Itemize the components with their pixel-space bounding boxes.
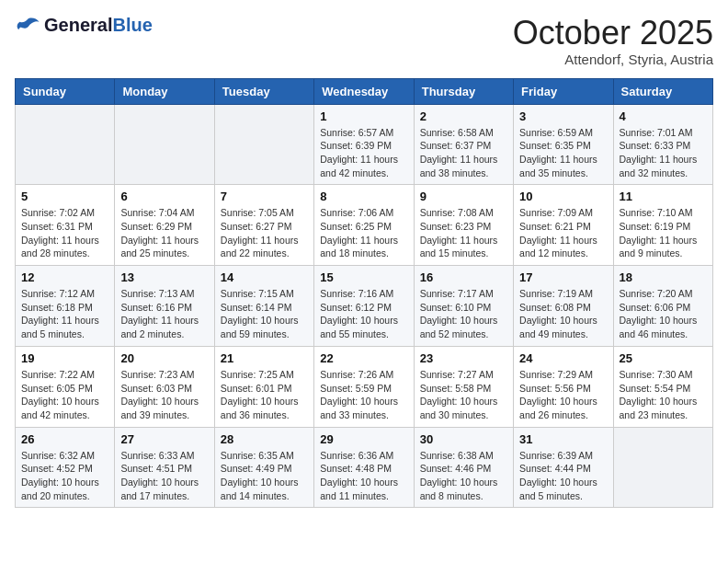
calendar-cell: 19Sunrise: 7:22 AM Sunset: 6:05 PM Dayli… [16,346,115,427]
day-number: 18 [620,270,707,284]
day-info: Sunrise: 7:20 AM Sunset: 6:06 PM Dayligh… [620,287,707,341]
logo-icon [15,17,40,35]
day-info: Sunrise: 7:25 AM Sunset: 6:01 PM Dayligh… [221,368,308,422]
day-number: 26 [21,432,108,446]
day-info: Sunrise: 6:38 AM Sunset: 4:46 PM Dayligh… [420,449,507,503]
day-number: 12 [21,270,108,284]
day-number: 27 [120,432,208,446]
calendar-week-row: 26Sunrise: 6:32 AM Sunset: 4:52 PM Dayli… [16,427,713,508]
day-number: 29 [320,432,407,446]
day-info: Sunrise: 7:15 AM Sunset: 6:14 PM Dayligh… [221,287,308,341]
day-number: 28 [221,432,308,446]
day-number: 2 [420,109,507,123]
calendar-cell: 16Sunrise: 7:17 AM Sunset: 6:10 PM Dayli… [414,266,513,347]
day-info: Sunrise: 7:22 AM Sunset: 6:05 PM Dayligh… [21,368,108,422]
calendar-cell: 26Sunrise: 6:32 AM Sunset: 4:52 PM Dayli… [16,427,115,508]
weekday-header: Sunday [16,78,115,104]
day-info: Sunrise: 6:33 AM Sunset: 4:51 PM Dayligh… [120,449,208,503]
calendar-cell: 6Sunrise: 7:04 AM Sunset: 6:29 PM Daylig… [115,185,214,266]
day-info: Sunrise: 7:23 AM Sunset: 6:03 PM Dayligh… [120,368,208,422]
logo-blue-text: Blue [112,15,152,35]
day-info: Sunrise: 7:29 AM Sunset: 5:56 PM Dayligh… [519,368,607,422]
calendar-cell: 20Sunrise: 7:23 AM Sunset: 6:03 PM Dayli… [115,346,214,427]
day-number: 21 [221,351,308,365]
day-number: 6 [120,190,208,203]
weekday-header-row: SundayMondayTuesdayWednesdayThursdayFrid… [16,78,713,104]
calendar-cell: 7Sunrise: 7:05 AM Sunset: 6:27 PM Daylig… [214,185,313,266]
day-info: Sunrise: 6:35 AM Sunset: 4:49 PM Dayligh… [221,449,308,503]
day-number: 24 [519,351,607,365]
calendar-cell: 2Sunrise: 6:58 AM Sunset: 6:37 PM Daylig… [414,104,513,185]
calendar-cell: 1Sunrise: 6:57 AM Sunset: 6:39 PM Daylig… [314,104,414,185]
day-info: Sunrise: 7:04 AM Sunset: 6:29 PM Dayligh… [120,206,208,260]
calendar-cell: 29Sunrise: 6:36 AM Sunset: 4:48 PM Dayli… [314,427,414,508]
day-info: Sunrise: 6:32 AM Sunset: 4:52 PM Dayligh… [21,449,108,503]
calendar-cell [16,104,115,185]
calendar-cell: 23Sunrise: 7:27 AM Sunset: 5:58 PM Dayli… [414,346,513,427]
calendar-cell: 3Sunrise: 6:59 AM Sunset: 6:35 PM Daylig… [514,104,613,185]
day-info: Sunrise: 7:13 AM Sunset: 6:16 PM Dayligh… [120,287,208,341]
day-number: 1 [320,109,407,123]
day-info: Sunrise: 7:12 AM Sunset: 6:18 PM Dayligh… [21,287,108,341]
location-subtitle: Attendorf, Styria, Austria [513,52,713,67]
weekday-header: Wednesday [314,78,414,104]
day-info: Sunrise: 6:39 AM Sunset: 4:44 PM Dayligh… [519,449,607,503]
calendar-week-row: 1Sunrise: 6:57 AM Sunset: 6:39 PM Daylig… [16,104,713,185]
day-number: 14 [221,270,308,284]
title-block: October 2025 Attendorf, Styria, Austria [513,15,713,67]
day-number: 13 [120,270,208,284]
day-info: Sunrise: 7:17 AM Sunset: 6:10 PM Dayligh… [420,287,507,341]
calendar-cell: 8Sunrise: 7:06 AM Sunset: 6:25 PM Daylig… [314,185,414,266]
calendar-cell: 25Sunrise: 7:30 AM Sunset: 5:54 PM Dayli… [613,346,712,427]
calendar-cell: 22Sunrise: 7:26 AM Sunset: 5:59 PM Dayli… [314,346,414,427]
day-number: 25 [620,351,707,365]
day-number: 4 [620,109,707,123]
calendar-cell: 17Sunrise: 7:19 AM Sunset: 6:08 PM Dayli… [514,266,613,347]
day-number: 10 [519,190,607,203]
calendar-week-row: 19Sunrise: 7:22 AM Sunset: 6:05 PM Dayli… [16,346,713,427]
calendar-week-row: 12Sunrise: 7:12 AM Sunset: 6:18 PM Dayli… [16,266,713,347]
calendar-week-row: 5Sunrise: 7:02 AM Sunset: 6:31 PM Daylig… [16,185,713,266]
day-info: Sunrise: 6:59 AM Sunset: 6:35 PM Dayligh… [519,126,607,180]
month-title: October 2025 [513,15,713,52]
calendar-cell [613,427,712,508]
day-number: 17 [519,270,607,284]
weekday-header: Thursday [414,78,513,104]
logo: GeneralBlue [15,15,153,36]
day-number: 11 [620,190,707,203]
calendar-cell: 14Sunrise: 7:15 AM Sunset: 6:14 PM Dayli… [214,266,313,347]
day-info: Sunrise: 7:02 AM Sunset: 6:31 PM Dayligh… [21,206,108,260]
weekday-header: Monday [115,78,214,104]
calendar-cell: 5Sunrise: 7:02 AM Sunset: 6:31 PM Daylig… [16,185,115,266]
calendar-cell: 27Sunrise: 6:33 AM Sunset: 4:51 PM Dayli… [115,427,214,508]
day-info: Sunrise: 7:09 AM Sunset: 6:21 PM Dayligh… [519,206,607,260]
calendar-cell: 9Sunrise: 7:08 AM Sunset: 6:23 PM Daylig… [414,185,513,266]
day-number: 19 [21,351,108,365]
weekday-header: Saturday [613,78,712,104]
calendar-cell: 4Sunrise: 7:01 AM Sunset: 6:33 PM Daylig… [613,104,712,185]
calendar-cell [115,104,214,185]
weekday-header: Friday [514,78,613,104]
calendar-cell: 30Sunrise: 6:38 AM Sunset: 4:46 PM Dayli… [414,427,513,508]
day-number: 23 [420,351,507,365]
day-info: Sunrise: 7:08 AM Sunset: 6:23 PM Dayligh… [420,206,507,260]
logo-general-text: General [44,15,112,35]
day-info: Sunrise: 6:57 AM Sunset: 6:39 PM Dayligh… [320,126,407,180]
day-info: Sunrise: 7:06 AM Sunset: 6:25 PM Dayligh… [320,206,407,260]
day-info: Sunrise: 7:10 AM Sunset: 6:19 PM Dayligh… [620,206,707,260]
day-info: Sunrise: 7:05 AM Sunset: 6:27 PM Dayligh… [221,206,308,260]
calendar-cell: 11Sunrise: 7:10 AM Sunset: 6:19 PM Dayli… [613,185,712,266]
day-info: Sunrise: 7:26 AM Sunset: 5:59 PM Dayligh… [320,368,407,422]
day-number: 16 [420,270,507,284]
calendar-table: SundayMondayTuesdayWednesdayThursdayFrid… [15,78,713,509]
day-info: Sunrise: 7:01 AM Sunset: 6:33 PM Dayligh… [620,126,707,180]
day-info: Sunrise: 7:19 AM Sunset: 6:08 PM Dayligh… [519,287,607,341]
day-number: 7 [221,190,308,203]
day-number: 22 [320,351,407,365]
day-info: Sunrise: 7:27 AM Sunset: 5:58 PM Dayligh… [420,368,507,422]
day-number: 15 [320,270,407,284]
day-number: 8 [320,190,407,203]
calendar-cell: 18Sunrise: 7:20 AM Sunset: 6:06 PM Dayli… [613,266,712,347]
day-number: 20 [120,351,208,365]
calendar-cell: 21Sunrise: 7:25 AM Sunset: 6:01 PM Dayli… [214,346,313,427]
